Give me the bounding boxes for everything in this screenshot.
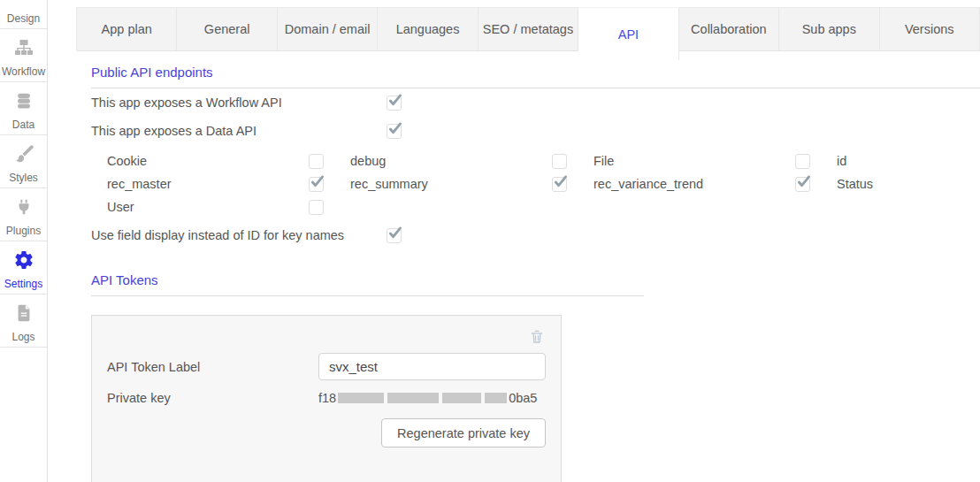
tab-versions[interactable]: Versions bbox=[880, 7, 980, 51]
document-icon bbox=[0, 295, 47, 331]
data-type-cell: File bbox=[593, 149, 837, 172]
data-type-cell: rec_variance_trend bbox=[593, 172, 837, 195]
data-type-checkbox-rec-summary[interactable] bbox=[552, 177, 567, 192]
section-title-public-api: Public API endpoints bbox=[91, 65, 980, 80]
data-type-cell: id bbox=[837, 149, 980, 172]
trash-icon bbox=[529, 329, 545, 345]
token-label-row: API Token Label bbox=[107, 353, 546, 380]
data-api-checkbox[interactable] bbox=[387, 124, 402, 139]
redaction-block bbox=[338, 393, 384, 403]
paintbrush-icon bbox=[0, 135, 47, 172]
tab-api[interactable]: API bbox=[578, 7, 678, 60]
divider bbox=[91, 295, 644, 296]
private-key-start: f18 bbox=[318, 391, 336, 405]
data-type-label: rec_variance_trend bbox=[593, 177, 703, 191]
tab-languages[interactable]: Languages bbox=[378, 7, 478, 51]
data-types-grid: Cookie debug File id bbox=[107, 149, 980, 218]
data-api-label: This app exposes a Data API bbox=[91, 124, 387, 138]
data-type-checkbox-debug[interactable] bbox=[552, 154, 567, 169]
tab-general[interactable]: General bbox=[177, 7, 277, 51]
tab-seo-metatags[interactable]: SEO / metatags bbox=[479, 7, 578, 51]
sidebar-item-label: Settings bbox=[4, 278, 42, 290]
sidebar-item-workflow[interactable]: Workflow bbox=[0, 29, 47, 82]
gear-icon bbox=[0, 241, 47, 278]
data-type-cell: debug bbox=[350, 149, 593, 172]
data-type-label: File bbox=[593, 154, 614, 168]
field-display-row: Use field display instead of ID for key … bbox=[91, 221, 980, 249]
data-type-label: User bbox=[107, 200, 134, 214]
sidebar-item-settings[interactable]: Settings bbox=[0, 241, 47, 295]
settings-tab-bar: App plan General Domain / email Language… bbox=[76, 7, 980, 51]
token-label-input[interactable] bbox=[318, 353, 546, 380]
tab-app-plan[interactable]: App plan bbox=[76, 7, 177, 51]
sidebar-item-design[interactable]: Design bbox=[0, 0, 47, 29]
sidebar-item-label: Plugins bbox=[6, 225, 41, 237]
data-type-label: rec_summary bbox=[350, 177, 428, 191]
redaction-block bbox=[387, 393, 439, 403]
database-icon bbox=[0, 82, 47, 119]
redaction-block bbox=[485, 393, 507, 403]
data-type-label: Cookie bbox=[107, 154, 147, 168]
tab-sub-apps[interactable]: Sub apps bbox=[779, 7, 879, 51]
tab-domain-email[interactable]: Domain / email bbox=[278, 7, 378, 51]
data-type-checkbox-rec-variance-trend[interactable] bbox=[795, 177, 810, 192]
data-api-row: This app exposes a Data API bbox=[91, 117, 980, 145]
editor-sidebar: Design Workflow bbox=[0, 0, 48, 482]
sidebar-item-data[interactable]: Data bbox=[0, 82, 47, 135]
sidebar-item-label: Workflow bbox=[2, 65, 45, 78]
data-type-cell: User bbox=[107, 195, 350, 218]
private-key-row: Private key f18 0ba5 bbox=[107, 391, 546, 405]
data-type-checkbox-cookie[interactable] bbox=[309, 154, 324, 169]
workflow-api-row: This app exposes a Workflow API bbox=[91, 88, 980, 117]
data-type-checkbox-rec-master[interactable] bbox=[309, 177, 324, 192]
api-token-card: API Token Label Private key f18 0ba5 Reg… bbox=[91, 315, 562, 482]
redaction-block bbox=[442, 393, 481, 403]
sitemap-icon bbox=[0, 29, 47, 65]
data-type-checkbox-file[interactable] bbox=[795, 154, 810, 169]
delete-token-button[interactable] bbox=[528, 328, 546, 346]
data-type-cell: Cookie bbox=[107, 149, 350, 172]
sidebar-item-label: Design bbox=[7, 12, 40, 25]
token-label-text: API Token Label bbox=[107, 360, 318, 374]
data-type-cell: rec_master bbox=[107, 172, 350, 195]
settings-panel: App plan General Domain / email Language… bbox=[76, 7, 980, 482]
sidebar-item-label: Styles bbox=[9, 172, 38, 184]
sidebar-item-label: Data bbox=[12, 119, 34, 131]
paint-roller-icon bbox=[0, 0, 47, 12]
data-type-label: rec_master bbox=[107, 177, 172, 191]
sidebar-item-styles[interactable]: Styles bbox=[0, 135, 47, 188]
section-title-api-tokens: API Tokens bbox=[91, 272, 980, 287]
workflow-api-label: This app exposes a Workflow API bbox=[91, 96, 387, 110]
workflow-api-checkbox[interactable] bbox=[387, 96, 402, 111]
sidebar-item-logs[interactable]: Logs bbox=[0, 295, 47, 348]
private-key-label: Private key bbox=[107, 391, 318, 405]
data-type-cell: Status bbox=[837, 172, 980, 195]
private-key-value: f18 0ba5 bbox=[318, 391, 546, 405]
field-display-label: Use field display instead of ID for key … bbox=[91, 228, 387, 242]
data-type-label: debug bbox=[350, 154, 386, 168]
sidebar-item-label: Logs bbox=[11, 331, 34, 343]
private-key-end: 0ba5 bbox=[509, 391, 537, 405]
field-display-checkbox[interactable] bbox=[387, 228, 402, 243]
data-type-label: id bbox=[837, 154, 846, 168]
data-type-checkbox-user[interactable] bbox=[309, 200, 324, 215]
data-type-cell: rec_summary bbox=[350, 172, 593, 195]
data-type-label: Status bbox=[837, 177, 873, 191]
regenerate-private-key-button[interactable]: Regenerate private key bbox=[381, 418, 546, 448]
sidebar-item-plugins[interactable]: Plugins bbox=[0, 188, 47, 241]
tab-collaboration[interactable]: Collaboration bbox=[679, 7, 779, 51]
plug-icon bbox=[0, 188, 47, 225]
